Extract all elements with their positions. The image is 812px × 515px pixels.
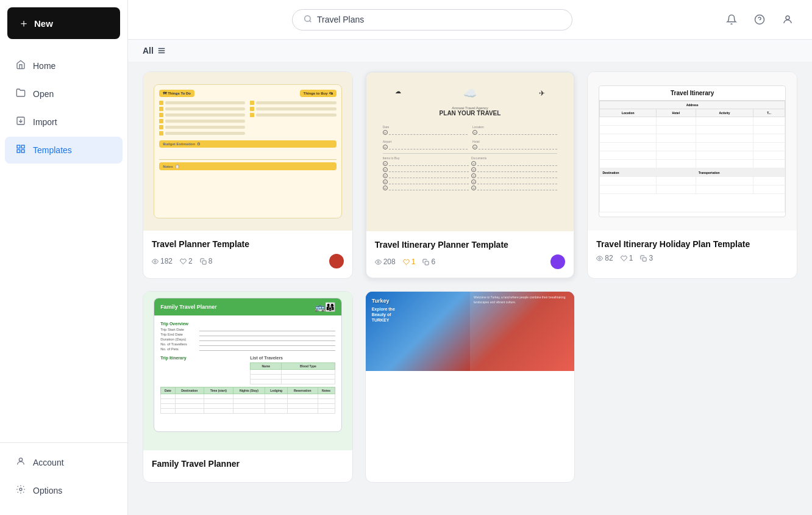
svg-point-14 — [154, 261, 156, 262]
card-holiday-plan[interactable]: Travel Itinerary Address Location Hotel … — [587, 71, 797, 279]
sidebar-account-label: Account — [33, 458, 64, 467]
card-meta-itinerary: 208 1 6 — [375, 254, 566, 269]
card-title-itinerary: Travel Itinerary Planner Template — [375, 240, 566, 250]
card-title-family: Family Travel Planner — [152, 459, 344, 469]
sidebar-item-open[interactable]: Open — [5, 81, 123, 107]
svg-line-8 — [310, 20, 312, 22]
help-icon-btn[interactable] — [750, 10, 769, 29]
filter-all-label: All — [143, 46, 154, 56]
sidebar-item-import[interactable]: Import — [5, 109, 123, 135]
sidebar-nav: Home Open Import — [0, 46, 127, 442]
svg-point-7 — [305, 15, 310, 21]
svg-point-5 — [19, 458, 22, 461]
sidebar-options-label: Options — [33, 486, 62, 495]
card-info-holiday: Travel Itinerary Holiday Plan Template 8… — [588, 231, 797, 271]
sidebar-open-label: Open — [33, 89, 54, 99]
gear-icon — [16, 484, 26, 497]
holiday-preview: Travel Itinerary Address Location Hotel … — [599, 85, 786, 217]
user-icon-btn[interactable] — [778, 10, 797, 29]
search-bar[interactable]: Travel Plans — [292, 9, 572, 31]
svg-rect-4 — [21, 149, 24, 153]
svg-rect-3 — [17, 149, 20, 153]
svg-point-6 — [20, 488, 22, 491]
avatar-itinerary — [550, 254, 565, 269]
main-content: Travel Plans All — [128, 0, 812, 515]
card-travel-planner[interactable]: 🗺 Things To Do Things to Buy 🛍 — [143, 71, 353, 279]
plus-icon: ＋ — [18, 16, 29, 31]
card-thumb-holiday: Travel Itinerary Address Location Hotel … — [588, 72, 797, 231]
card-meta-travel-planner: 182 2 8 — [152, 254, 344, 268]
views-holiday: 82 — [596, 254, 613, 262]
new-button-label: New — [34, 18, 53, 29]
account-icon — [16, 456, 26, 469]
menu-icon — [157, 46, 166, 55]
likes-travel-planner: 2 — [180, 257, 193, 265]
home-icon — [16, 60, 26, 72]
header-right — [722, 10, 797, 29]
sidebar: ＋ New Home Open — [0, 0, 128, 515]
svg-point-10 — [786, 16, 789, 20]
card-info-family: Family Travel Planner — [143, 450, 352, 482]
svg-rect-15 — [202, 261, 206, 264]
avatar-travel-planner — [329, 254, 344, 268]
sidebar-templates-label: Templates — [33, 145, 72, 155]
templates-icon — [16, 144, 26, 156]
folder-open-icon — [16, 88, 26, 100]
family-preview: Family Travel Planner 🚌👨‍👩‍👧 Trip Overvi… — [154, 298, 341, 432]
svg-rect-17 — [426, 261, 429, 265]
itinerary-preview: ☁️ ✈ ☁ Arrowai Travel Agency PLAN YOUR T… — [377, 81, 564, 223]
sidebar-import-label: Import — [33, 117, 57, 127]
views-itinerary: 208 — [375, 258, 396, 266]
card-itinerary-planner[interactable]: ☁️ ✈ ☁ Arrowai Travel Agency PLAN YOUR T… — [365, 71, 575, 279]
card-turkey[interactable]: Turkey Explore theBeauty ofTURKEY Welcom… — [365, 291, 575, 483]
card-title-travel-planner: Travel Planner Template — [152, 239, 344, 249]
cards-grid: 🗺 Things To Do Things to Buy 🛍 — [143, 71, 797, 483]
sidebar-item-options[interactable]: Options — [5, 477, 123, 504]
notification-icon-btn[interactable] — [722, 10, 741, 29]
svg-rect-1 — [17, 145, 20, 148]
card-thumb-travel-planner: 🗺 Things To Do Things to Buy 🛍 — [143, 72, 352, 231]
card-info-itinerary: Travel Itinerary Planner Template 208 1 — [366, 231, 574, 278]
svg-point-16 — [377, 261, 379, 263]
filter-all-button[interactable]: All — [143, 46, 166, 56]
card-thumb-itinerary: ☁️ ✈ ☁ Arrowai Travel Agency PLAN YOUR T… — [366, 73, 574, 231]
sidebar-item-account[interactable]: Account — [5, 449, 123, 476]
travel-planner-preview: 🗺 Things To Do Things to Buy 🛍 — [154, 84, 341, 218]
svg-rect-19 — [643, 258, 647, 261]
sidebar-item-home[interactable]: Home — [5, 52, 123, 79]
card-meta-holiday: 82 1 3 — [596, 254, 788, 262]
card-thumb-turkey: Turkey Explore theBeauty ofTURKEY Welcom… — [366, 292, 575, 371]
search-value: Travel Plans — [317, 15, 364, 24]
card-thumb-family: Family Travel Planner 🚌👨‍👩‍👧 Trip Overvi… — [143, 292, 352, 450]
card-title-holiday: Travel Itinerary Holiday Plan Template — [596, 239, 788, 249]
import-icon — [16, 116, 26, 128]
svg-rect-2 — [21, 145, 24, 148]
search-icon — [304, 15, 312, 25]
svg-point-18 — [599, 258, 600, 259]
likes-itinerary: 1 — [403, 258, 416, 266]
cards-area: 🗺 Things To Do Things to Buy 🛍 — [128, 62, 812, 515]
sidebar-item-templates[interactable]: Templates — [5, 137, 123, 164]
copies-itinerary: 6 — [422, 258, 435, 266]
new-button[interactable]: ＋ New — [7, 7, 120, 39]
views-travel-planner: 182 — [152, 257, 173, 265]
sidebar-home-label: Home — [33, 61, 55, 71]
likes-holiday: 1 — [621, 254, 633, 262]
filter-bar: All — [128, 40, 812, 62]
sidebar-bottom: Account Options — [0, 442, 127, 515]
card-info-travel-planner: Travel Planner Template 182 2 8 — [143, 231, 352, 277]
header: Travel Plans — [128, 0, 812, 40]
copies-holiday: 3 — [640, 254, 653, 262]
card-family-travel[interactable]: Family Travel Planner 🚌👨‍👩‍👧 Trip Overvi… — [143, 291, 353, 483]
copies-travel-planner: 8 — [200, 257, 213, 265]
